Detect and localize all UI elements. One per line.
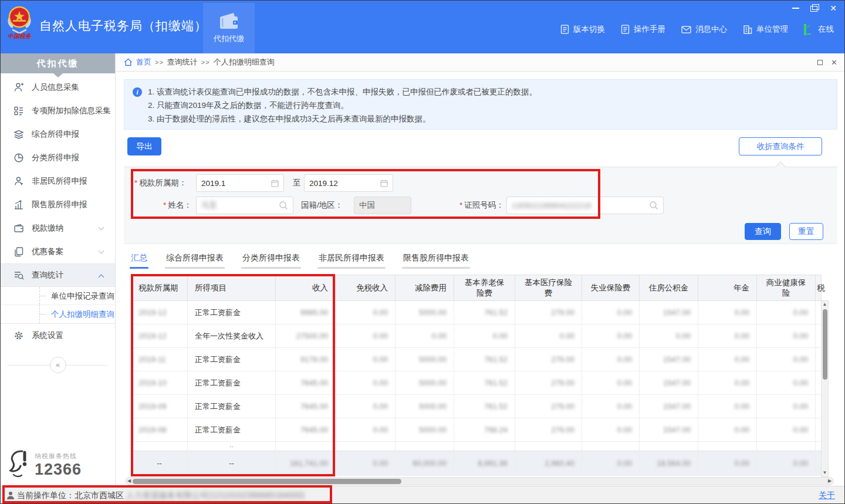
sidebar-item-label: 综合所得申报 [32,129,79,140]
vertical-scroll-thumb[interactable] [823,309,827,380]
tab-nonresident-income[interactable]: 非居民所得申报表 [317,253,386,269]
scroll-right-arrow[interactable]: ▶ [826,478,833,485]
vertical-scrollbar: ▲ ▼ [821,300,829,477]
total-tax-free: 0.00 [373,459,388,468]
sidebar-item-nonresident-income[interactable]: 非居民所得申报 [1,170,115,193]
sidebar-item-tax-payment[interactable]: 税款缴纳 [1,217,115,240]
breadcrumb-level1[interactable]: 查询统计 [167,57,198,67]
table-row[interactable]: 2019-09 正常工资薪金 7645.00 0.00 5000.00 761.… [131,395,822,418]
cell-deduction: 5000.00 [419,308,447,317]
table-row[interactable]: 2019-08 正常工资薪金 7645.00 0.00 5000.00 798.… [131,418,822,442]
table-row[interactable]: 2019-12 正常工资薪金 9985.00 0.00 5000.00 761.… [131,301,822,324]
notice-line: i 1. 该查询统计表仅能查询已申报成功的数据，不包含未申报、申报失败，已申报但… [133,85,829,99]
total-housing: 18,564.00 [657,459,691,468]
chevron-down-icon [99,225,104,231]
cell-housing: 1547.00 [663,402,691,411]
cell-income-item: 正常工资薪金 [195,355,241,364]
sidebar-item-label: 优惠备案 [32,246,63,257]
cell-health: 0.00 [793,308,808,317]
sidebar-item-system-settings[interactable]: 系统设置 [1,324,115,347]
online-status[interactable]: 在线 [804,24,834,35]
horizontal-scroll-thumb[interactable] [133,479,401,484]
cell-health: 0.00 [793,355,808,364]
cell-housing: 1547.00 [663,425,691,434]
cell-medical: 279.00 [551,378,574,387]
search-icon[interactable] [649,201,658,210]
tab-classified-income[interactable]: 分类所得申报表 [241,253,301,269]
close-icon[interactable]: ✕ [829,5,837,12]
inner-maximize-icon[interactable] [817,60,823,65]
cell-period: 2019-08 [138,425,167,434]
inner-close-icon[interactable]: ✕ [831,58,837,67]
tab-summary[interactable]: 汇总 [130,253,148,269]
cell-annuity: 0.00 [735,425,749,434]
cell-income-item: 正常工资薪金 [195,425,241,434]
breadcrumb: 首页 >> 查询统计 >> 个人扣缴明细查询 ✕ [116,53,845,72]
scroll-up-arrow[interactable]: ▲ [822,301,828,308]
id-number-input[interactable]: 130502199904222219 [506,197,664,214]
cell-tax-free: 0.00 [373,425,388,434]
tab-restricted-stock[interactable]: 限售股所得申报表 [402,253,470,269]
calendar-icon[interactable] [271,180,279,187]
tab-comprehensive-income[interactable]: 综合所得申报表 [165,253,225,269]
export-button[interactable]: 导出 [127,137,161,155]
col-header-partial: 税 [816,275,822,301]
sidebar-subitem-unit-declaration-query[interactable]: 单位申报记录查询 [1,287,115,305]
current-unit-masked: 人力资源服务有限公司(12110102399685184000) [126,491,305,501]
sidebar-item-label: 查询统计 [32,270,63,280]
sidebar-collapse-button[interactable]: « [50,357,66,373]
collapse-query-button[interactable]: 收折查询条件 [739,137,822,155]
minimize-icon[interactable] [792,5,800,12]
query-panel: 税款所属期： 2019.1 至 2019.12 姓名： 马某 国籍/地区： 中国… [124,167,837,244]
table-row[interactable]: 2019-12 全年一次性奖金收入 27500.00 0.00 0.00 0.0… [131,324,822,348]
search-icon[interactable] [279,201,288,210]
scroll-left-arrow[interactable]: ◀ [126,478,133,485]
menu-message-center[interactable]: 消息中心 [681,24,727,35]
menu-version-switch[interactable]: 版本切换 [560,24,605,35]
breadcrumb-separator: >> [155,59,164,66]
cell-tax-free: 0.00 [373,308,388,317]
sidebar-item-query-statistics[interactable]: 查询统计 [1,263,115,287]
cell-housing: 1547.00 [663,308,691,317]
sidebar-item-comprehensive-income[interactable]: 综合所得申报 [1,123,115,146]
total-pension: 8,991.36 [478,459,508,468]
menu-manual[interactable]: 操作手册 [621,24,665,35]
cell-annuity: 0.00 [735,402,749,411]
module-tab-withholding[interactable]: 代扣代缴 [203,3,255,53]
sidebar-subitem-label: 个人扣缴明细查询 [51,310,114,319]
sidebar-item-special-deduction[interactable]: 专项附加扣除信息采集 [1,99,115,123]
sidebar-subitem-personal-withholding-query[interactable]: 个人扣缴明细查询 [1,305,115,323]
building-icon [743,25,752,34]
restore-icon[interactable] [810,5,819,12]
table-row[interactable]: 2019-10 正常工资薪金 7645.00 0.00 5000.00 761.… [131,371,822,395]
cell-period: 2019-10 [138,378,167,387]
sidebar-item-classified-income[interactable]: 分类所得申报 [1,146,115,170]
total-unemployment: 0.00 [617,459,632,468]
breadcrumb-home[interactable]: 首页 [136,57,151,67]
cell-unemployment: 0.00 [617,425,632,434]
period-from-input[interactable]: 2019.1 [196,174,284,192]
menu-org-management[interactable]: 单位管理 [743,24,788,35]
total-annuity: 0.00 [735,459,749,468]
cell-annuity: 0.00 [735,378,749,387]
total-income: 161,741.00 [290,459,328,468]
table-row[interactable]: 2019-11 正常工资薪金 9178.00 0.00 5000.00 761.… [131,348,822,371]
sidebar-item-personnel-info[interactable]: 人员信息采集 [1,76,115,99]
col-header: 免税收入 [336,275,396,301]
col-header: 商业健康保险 [757,275,816,301]
module-tab-label: 代扣代缴 [214,33,244,44]
about-link[interactable]: 关于 [819,491,835,501]
sidebar-item-restricted-stock[interactable]: 限售股所得申报 [1,193,115,217]
name-input[interactable]: 马某 [196,197,293,214]
sidebar-item-preferential-filing[interactable]: 优惠备案 [1,240,115,263]
reset-button[interactable]: 重置 [789,223,823,240]
cell-medical: 0.00 [560,332,574,340]
document-icon [560,25,569,34]
cell-tax-free: 0.00 [373,332,388,340]
scroll-down-arrow[interactable]: ▼ [822,469,828,476]
id-number-label: 证照号码： [459,197,504,214]
person-add-icon [13,82,24,93]
calendar-icon[interactable] [380,180,388,187]
period-to-input[interactable]: 2019.12 [304,174,393,192]
search-button[interactable]: 查询 [745,223,781,240]
